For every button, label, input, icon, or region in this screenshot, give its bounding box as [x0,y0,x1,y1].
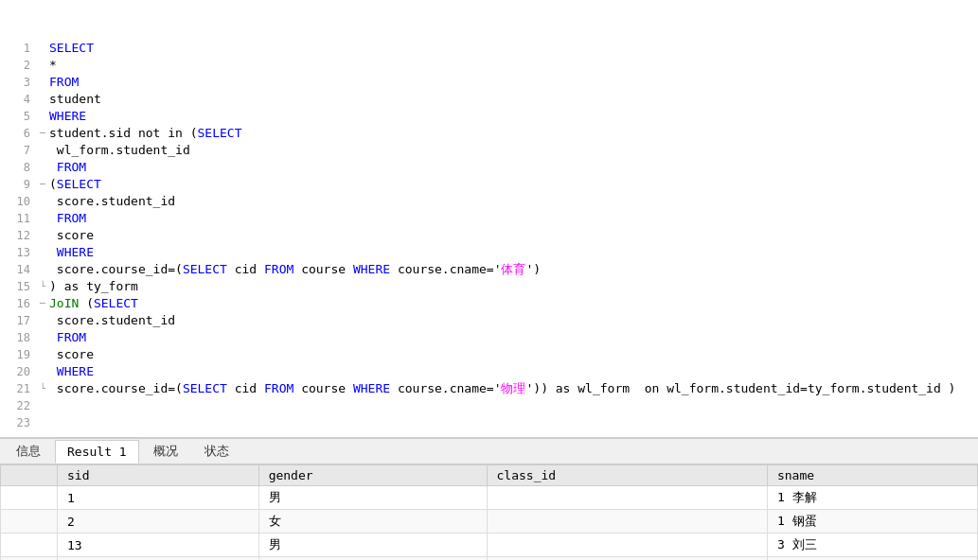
row-indicator [1,486,58,510]
code-line-11: 11 FROM [9,210,969,227]
cell-sname: 3 刘一 [767,557,977,561]
cell-gender: 男 [258,534,487,557]
cell-class_id [487,510,767,534]
cell-class_id [487,534,767,557]
col-header-sid: sid [58,465,259,486]
code-line-6: 6─student.sid not in (SELECT [9,125,969,142]
cell-sname: 3 刘三 [767,534,977,557]
tab-概况[interactable]: 概况 [141,438,190,464]
code-line-22: 22 [9,397,969,414]
code-line-16: 16─JoIN (SELECT [9,295,969,312]
code-line-7: 7 wl_form.student_id [9,142,969,159]
cell-sid: 14 [58,557,259,561]
code-line-21: 21└ score.course_id=(SELECT cid FROM cou… [9,380,969,397]
code-line-13: 13 WHERE [9,244,969,261]
code-line-19: 19 score [9,346,969,363]
cell-sid: 1 [58,486,259,510]
code-line-23: 23 [9,414,969,431]
table-row[interactable]: 1男1 李解 [1,486,978,510]
row-indicator [1,510,58,534]
code-line-5: 5WHERE [9,108,969,125]
table-row[interactable]: 14男3 刘一 [1,557,978,561]
col-header-sname: sname [767,465,977,486]
code-area[interactable]: 1SELECT2*3FROM4student5WHERE6─student.si… [0,0,978,437]
cell-sid: 13 [58,534,259,557]
cell-class_id [487,486,767,510]
tabs-bar: 信息Result 1概况状态 [0,438,978,464]
table-row[interactable]: 2女1 钢蛋 [1,510,978,534]
code-line-15: 15└) as ty_form [9,278,969,295]
cell-gender: 男 [258,486,487,510]
cell-sname: 1 钢蛋 [767,510,977,534]
cell-sid: 2 [58,510,259,534]
code-line-1: 1SELECT [9,40,969,57]
table-header: sidgenderclass_idsname [1,465,978,486]
code-editor: 1SELECT2*3FROM4student5WHERE6─student.si… [0,0,978,438]
code-line-20: 20 WHERE [9,363,969,380]
code-line-18: 18 FROM [9,329,969,346]
cell-gender: 男 [258,557,487,561]
tab-result-1[interactable]: Result 1 [55,440,139,464]
cell-class_id [487,557,767,561]
cell-gender: 女 [258,510,487,534]
row-indicator [1,534,58,557]
code-line-14: 14 score.course_id=(SELECT cid FROM cour… [9,261,969,278]
code-line-12: 12 score [9,227,969,244]
col-header-class_id: class_id [487,465,767,486]
cell-sname: 1 李解 [767,486,977,510]
results-area: sidgenderclass_idsname 1男1 李解2女1 钢蛋13男3 … [0,464,978,560]
tab-状态[interactable]: 状态 [192,438,241,464]
code-line-3: 3FROM [9,74,969,91]
code-line-8: 8 FROM [9,159,969,176]
table-body: 1男1 李解2女1 钢蛋13男3 刘三14男3 刘一▶15女3 刘二16男3 刘… [1,486,978,561]
code-line-10: 10 score.student_id [9,193,969,210]
result-table: sidgenderclass_idsname 1男1 李解2女1 钢蛋13男3 … [0,464,978,560]
col-header-gender: gender [258,465,487,486]
code-line-17: 17 score.student_id [9,312,969,329]
code-line-2: 2* [9,57,969,74]
code-line-9: 9─(SELECT [9,176,969,193]
table-row[interactable]: 13男3 刘三 [1,534,978,557]
code-line-4: 4student [9,91,969,108]
row-indicator [1,557,58,561]
tab-信息[interactable]: 信息 [4,438,53,464]
